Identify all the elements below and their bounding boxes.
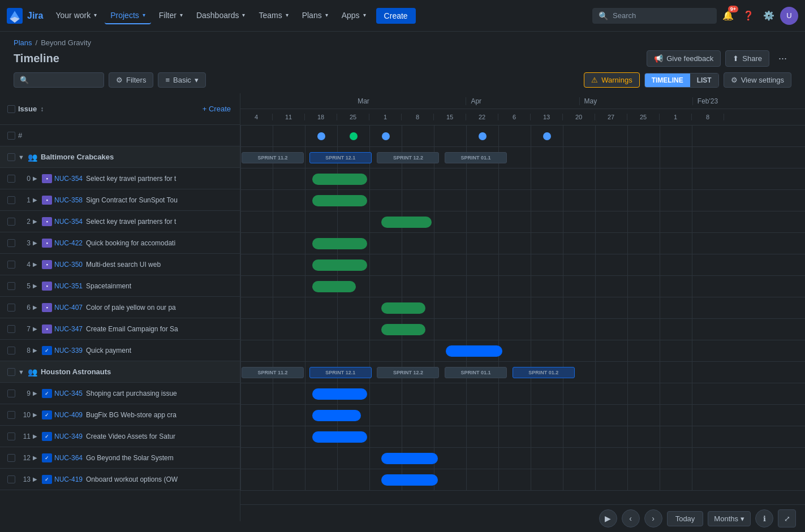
row-checkbox-0[interactable]	[7, 175, 15, 183]
row-expand-3[interactable]: ▶	[31, 240, 40, 246]
task-bar-10[interactable]	[312, 410, 361, 421]
row-checkbox-6[interactable]	[7, 304, 15, 312]
share-button[interactable]: ⬆ Share	[725, 50, 769, 67]
issue-search-input[interactable]	[32, 76, 98, 84]
gantt-panel[interactable]: Mar Apr May Feb'23 4 11 18 25 1 8 15 22 …	[240, 93, 805, 521]
select-all-checkbox[interactable]	[7, 105, 15, 113]
issue-key-11[interactable]: NUC-349	[54, 432, 83, 440]
filters-button[interactable]: ⚙ Filters	[109, 72, 153, 88]
task-bar-5[interactable]	[312, 281, 356, 292]
logo[interactable]: Jira	[7, 8, 43, 24]
row-checkbox-5[interactable]	[7, 282, 15, 290]
next-period-button[interactable]: ›	[644, 509, 662, 521]
hash-row-checkbox[interactable]	[7, 132, 15, 140]
row-checkbox-7[interactable]	[7, 325, 15, 333]
row-checkbox-8[interactable]	[7, 347, 15, 354]
issue-key-7[interactable]: NUC-347	[54, 325, 83, 333]
row-expand-7[interactable]: ▶	[31, 326, 40, 332]
gantt-body: SPRINT 11.2SPRINT 12.1SPRINT 12.2SPRINT …	[240, 126, 805, 491]
issue-key-10[interactable]: NUC-409	[54, 411, 83, 419]
task-bar-12[interactable]	[381, 453, 438, 464]
row-checkbox-9[interactable]	[7, 390, 15, 397]
row-expand-2[interactable]: ▶	[31, 218, 40, 224]
row-expand-6[interactable]: ▶	[31, 304, 40, 310]
avatar[interactable]: U	[780, 7, 798, 25]
issue-key-2[interactable]: NUC-354	[54, 218, 83, 226]
row-expand-1[interactable]: ▶	[31, 197, 40, 203]
warnings-button[interactable]: ⚠ Warnings	[584, 72, 639, 88]
basic-button[interactable]: ≡ Basic ▾	[158, 72, 205, 88]
view-settings-button[interactable]: ⚙ View settings	[724, 72, 791, 88]
row-expand-12[interactable]: ▶	[31, 455, 40, 461]
nav-teams[interactable]: Teams▾	[253, 7, 294, 24]
sort-icon[interactable]: ↕	[40, 105, 44, 113]
help-button[interactable]: ❓	[739, 7, 757, 25]
settings-button[interactable]: ⚙️	[760, 7, 778, 25]
group-cb-baltimore[interactable]	[7, 153, 15, 161]
row-expand-10[interactable]: ▶	[31, 412, 40, 418]
nav-projects[interactable]: Projects▾	[105, 7, 151, 24]
task-bar-11[interactable]	[312, 431, 367, 443]
issue-key-13[interactable]: NUC-419	[54, 475, 83, 483]
timeline-tab[interactable]: TIMELINE	[645, 73, 690, 87]
task-bar-8[interactable]	[446, 345, 502, 357]
give-feedback-button[interactable]: 📢 Give feedback	[647, 50, 721, 67]
task-bar-13[interactable]	[381, 474, 438, 486]
issue-row: 2 ▶ ▪ NUC-354 Select key travel partners…	[0, 211, 240, 232]
prev-period-button[interactable]: ‹	[622, 509, 640, 521]
nav-filter[interactable]: Filter▾	[153, 7, 188, 24]
issue-key-0[interactable]: NUC-354	[54, 175, 83, 183]
search-box[interactable]: 🔍 Search	[592, 8, 717, 24]
zoom-in-button[interactable]: ▶	[599, 509, 617, 521]
row-checkbox-1[interactable]	[7, 196, 15, 204]
row-expand-9[interactable]: ▶	[31, 390, 40, 396]
list-tab[interactable]: LIST	[690, 73, 718, 87]
group-chevron-baltimore[interactable]: ▼	[18, 154, 24, 161]
row-expand-4[interactable]: ▶	[31, 261, 40, 267]
issue-key-6[interactable]: NUC-407	[54, 304, 83, 312]
row-checkbox-3[interactable]	[7, 239, 15, 247]
group-cb-houston[interactable]	[7, 368, 15, 376]
task-bar-4[interactable]	[312, 259, 367, 271]
breadcrumb-plans[interactable]: Plans	[14, 38, 32, 47]
issue-search-box[interactable]: 🔍	[14, 72, 104, 88]
fullscreen-button[interactable]: ⤢	[778, 509, 796, 521]
task-bar-2[interactable]	[381, 217, 432, 228]
issue-key-9[interactable]: NUC-345	[54, 390, 83, 397]
row-expand-13[interactable]: ▶	[31, 476, 40, 482]
issue-key-4[interactable]: NUC-350	[54, 261, 83, 269]
nav-dashboards[interactable]: Dashboards▾	[191, 7, 251, 24]
more-options-button[interactable]: ···	[774, 50, 791, 67]
task-bar-7[interactable]	[381, 324, 425, 335]
issue-key-8[interactable]: NUC-339	[54, 347, 83, 354]
nav-your-work[interactable]: Your work▾	[50, 7, 102, 24]
issue-key-5[interactable]: NUC-351	[54, 282, 83, 290]
task-bar-3[interactable]	[312, 238, 367, 249]
months-selector[interactable]: Months ▾	[708, 511, 751, 522]
row-checkbox-11[interactable]	[7, 432, 15, 440]
row-checkbox-2[interactable]	[7, 218, 15, 226]
group-chevron-houston[interactable]: ▼	[18, 369, 24, 375]
nav-plans[interactable]: Plans▾	[296, 7, 334, 24]
notifications-button[interactable]: 🔔 9+	[719, 7, 737, 25]
issue-key-3[interactable]: NUC-422	[54, 239, 83, 247]
issue-key-12[interactable]: NUC-364	[54, 454, 83, 462]
row-expand-8[interactable]: ▶	[31, 347, 40, 353]
issue-key-1[interactable]: NUC-358	[54, 196, 83, 204]
row-checkbox-4[interactable]	[7, 261, 15, 269]
row-checkbox-10[interactable]	[7, 411, 15, 419]
create-issue-button[interactable]: + Create	[198, 102, 235, 115]
task-bar-0[interactable]	[312, 174, 367, 185]
row-expand-0[interactable]: ▶	[31, 175, 40, 181]
task-bar-1[interactable]	[312, 195, 367, 206]
task-bar-9[interactable]	[312, 388, 367, 400]
nav-apps[interactable]: Apps▾	[336, 7, 372, 24]
row-checkbox-12[interactable]	[7, 454, 15, 462]
create-button[interactable]: Create	[376, 8, 416, 24]
info-button[interactable]: ℹ	[755, 509, 773, 521]
row-expand-5[interactable]: ▶	[31, 283, 40, 289]
today-button[interactable]: Today	[667, 511, 704, 522]
row-checkbox-13[interactable]	[7, 475, 15, 483]
task-bar-6[interactable]	[381, 302, 425, 314]
row-expand-11[interactable]: ▶	[31, 433, 40, 439]
